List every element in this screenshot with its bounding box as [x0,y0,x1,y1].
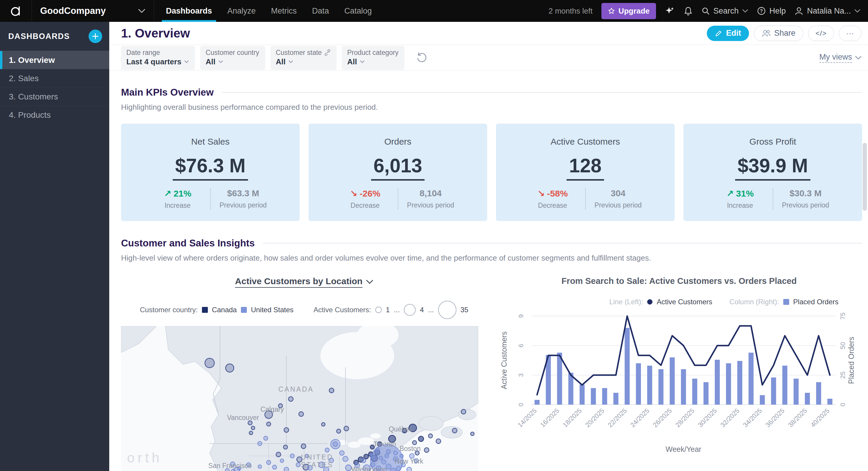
reset-filters-icon[interactable] [414,51,428,65]
map-bubble[interactable] [364,454,368,459]
bar-placed-orders[interactable] [535,400,540,405]
map-bubble[interactable] [436,439,441,444]
map-canvas[interactable]: CANADAUNITEDSTATESVancouverCalgaryQuébec… [121,326,478,471]
bar-placed-orders[interactable] [827,399,832,405]
map-bubble[interactable] [276,452,281,457]
nav-dashboards[interactable]: Dashboards [158,0,220,22]
sidebar-item-sales[interactable]: 2. Sales [0,69,109,87]
map-bubble[interactable] [284,467,289,471]
bar-placed-orders[interactable] [715,360,720,405]
map-bubble[interactable] [288,397,293,401]
bar-placed-orders[interactable] [704,382,709,405]
map-bubble[interactable] [299,412,304,416]
map-bubble[interactable] [407,467,411,471]
kpi-card-net-sales[interactable]: Net Sales $76.3 M ↗21% Increase $63.3 M … [121,124,300,221]
bar-placed-orders[interactable] [670,357,675,405]
map-bubble[interactable] [283,445,287,449]
nav-analyze[interactable]: Analyze [220,0,264,22]
search-control[interactable]: Search [702,6,748,15]
map-bubble[interactable] [258,465,261,468]
more-options-button[interactable]: ··· [839,26,862,41]
map-bubble[interactable] [344,426,349,431]
map-bubble[interactable] [264,436,268,440]
bar-placed-orders[interactable] [557,353,562,405]
bar-placed-orders[interactable] [805,393,810,405]
map-bubble[interactable] [205,358,214,368]
map-bubble[interactable] [340,451,344,456]
map-bubble[interactable] [418,436,424,441]
kpi-card-active-customers[interactable]: Active Customers 128 ↘-58% Decrease 304 … [496,124,675,221]
bar-placed-orders[interactable] [760,395,765,405]
nav-catalog[interactable]: Catalog [337,0,379,22]
map-bubble[interactable] [248,421,252,425]
share-button[interactable]: Share [754,26,803,41]
nav-data[interactable]: Data [304,0,337,22]
map-bubble[interactable] [284,428,289,432]
filter-customer-country[interactable]: Customer country All [200,46,265,70]
bar-placed-orders[interactable] [737,361,742,405]
combo-chart-canvas[interactable]: 0369025507514/202516/202518/202520/20252… [496,311,862,460]
sidebar-item-overview[interactable]: 1. Overview [0,51,109,69]
my-views-control[interactable]: My views [819,53,862,63]
kpi-card-orders[interactable]: Orders 6,013 ↘-26% Decrease 8,104 Previo… [309,124,487,221]
bar-placed-orders[interactable] [681,369,686,405]
legend-swatch-canada[interactable] [202,307,208,313]
filter-date-range[interactable]: Date range Last 4 quarters [121,46,195,70]
map-bubble[interactable] [461,409,466,414]
sidebar-item-customers[interactable]: 3. Customers [0,87,109,106]
map-title-selector[interactable]: Active Customers by Location [235,276,363,288]
bar-placed-orders[interactable] [658,369,663,405]
map-bubble[interactable] [329,388,334,393]
map-bubble[interactable] [267,460,271,465]
map-bubble[interactable] [225,364,234,372]
map-bubble[interactable] [452,428,457,433]
map-bubble[interactable] [412,441,416,445]
workspace-switcher[interactable]: GoodCompany [32,0,154,22]
map-bubble[interactable] [345,465,351,471]
combo-chart[interactable]: 0369025507514/202516/202518/202520/20252… [496,311,862,461]
map-bubble[interactable] [258,441,262,446]
map-bubble[interactable] [333,442,338,446]
add-dashboard-button[interactable] [89,30,102,43]
page-scrollbar[interactable] [863,143,867,211]
legend-swatch-us[interactable] [241,307,247,313]
bar-placed-orders[interactable] [614,393,619,405]
upgrade-button[interactable]: Upgrade [601,3,656,19]
bar-placed-orders[interactable] [782,366,787,405]
nav-metrics[interactable]: Metrics [264,0,304,22]
legend-dot-line[interactable] [647,299,652,305]
bar-placed-orders[interactable] [602,388,607,405]
legend-swatch-column[interactable] [783,299,789,305]
ai-assistant-icon[interactable] [665,6,675,16]
help-control[interactable]: ? Help [757,6,786,15]
bar-placed-orders[interactable] [625,328,630,405]
map-bubble[interactable] [321,422,325,426]
bar-placed-orders[interactable] [726,363,731,405]
filter-customer-state[interactable]: Customer state All [271,46,337,70]
map-bubble[interactable] [296,463,300,467]
map-bubble[interactable] [249,431,253,435]
bubble-map[interactable]: CANADAUNITEDSTATESVancouverCalgaryQuébec… [121,326,487,471]
map-bubble[interactable] [471,432,474,436]
edit-button[interactable]: Edit [707,26,749,41]
bar-placed-orders[interactable] [748,353,753,405]
bar-placed-orders[interactable] [647,366,652,405]
bar-placed-orders[interactable] [794,379,799,405]
embed-button[interactable]: </> [808,26,834,41]
user-menu[interactable]: Natalia Na... [795,6,860,15]
notifications-bell-icon[interactable] [684,6,693,15]
map-bubble[interactable] [251,426,255,430]
sidebar-item-products[interactable]: 4. Products [0,106,109,124]
bar-placed-orders[interactable] [636,363,641,405]
map-bubble[interactable] [290,454,294,458]
kpi-card-gross-profit[interactable]: Gross Profit $39.9 M ↗31% Increase $30.3… [683,124,862,221]
map-bubble[interactable] [273,465,277,469]
gooddata-logo[interactable] [0,0,32,22]
map-bubble[interactable] [337,429,341,433]
map-bubble[interactable] [343,456,348,462]
bar-placed-orders[interactable] [591,388,596,405]
map-bubble[interactable] [267,422,271,426]
bar-placed-orders[interactable] [580,384,585,405]
map-bubble[interactable] [424,448,429,452]
map-bubble[interactable] [280,459,284,463]
